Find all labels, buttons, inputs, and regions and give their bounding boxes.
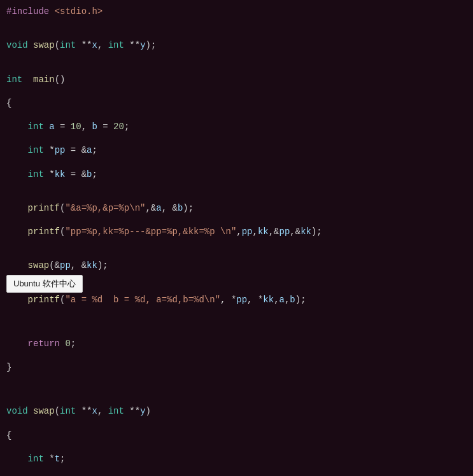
code-content: #include <stdio.h> void swap(int **x, in… (6, 5, 467, 476)
tooltip-text: Ubuntu 软件中心 (13, 279, 76, 288)
code-editor: #include <stdio.h> void swap(int **x, in… (0, 0, 473, 476)
tooltip: Ubuntu 软件中心 (6, 275, 83, 293)
